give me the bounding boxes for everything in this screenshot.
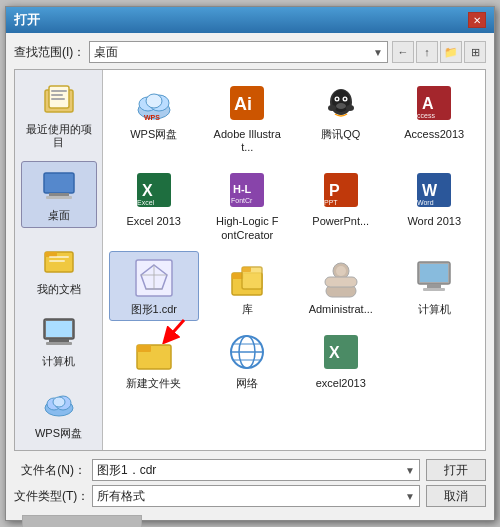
new-folder-button[interactable]: 📁 (440, 41, 462, 63)
dialog-title: 打开 (14, 11, 40, 29)
file-item-highlogic[interactable]: H-L FontCr High-Logic FontCreator (203, 163, 293, 246)
filetype-input[interactable]: 所有格式 ▼ (92, 485, 420, 507)
cdr-icon (132, 256, 176, 300)
svg-text:FontCr: FontCr (231, 197, 253, 204)
sidebar-item-mydocs-label: 我的文档 (37, 283, 81, 296)
svg-point-34 (328, 105, 336, 111)
sidebar-item-computer[interactable]: 计算机 (21, 308, 97, 372)
svg-text:ccess: ccess (417, 112, 435, 119)
filename-input[interactable]: 图形1．cdr ▼ (92, 459, 420, 481)
sidebar-item-recent-label: 最近使用的项目 (25, 123, 93, 149)
file-item-qq-label: 腾讯QQ (321, 128, 360, 141)
file-item-new-folder-label: 新建文件夹 (126, 377, 181, 390)
wps-cloud-sidebar-icon (39, 384, 79, 424)
svg-rect-65 (420, 264, 448, 282)
svg-rect-5 (44, 173, 74, 193)
sidebar-item-computer-label: 计算机 (42, 355, 75, 368)
svg-point-23 (146, 94, 162, 108)
open-button[interactable]: 打开 (426, 459, 486, 481)
sidebar-item-recent[interactable]: 最近使用的项目 (21, 76, 97, 153)
sidebar-item-wps-label: WPS网盘 (35, 427, 82, 440)
highlogic-icon: H-L FontCr (225, 168, 269, 212)
file-item-excel-bot[interactable]: X excel2013 (296, 325, 386, 395)
toolbar-icons: ← ↑ 📁 ⊞ (392, 41, 486, 63)
filetype-value: 所有格式 (97, 488, 145, 505)
filename-row: 文件名(N)： 图形1．cdr ▼ 打开 (14, 459, 486, 481)
svg-text:PPT: PPT (324, 199, 338, 206)
file-item-qq[interactable]: 腾讯QQ (296, 76, 386, 159)
sidebar-item-desktop-label: 桌面 (48, 209, 70, 222)
title-bar: 打开 ✕ (6, 7, 494, 33)
svg-text:W: W (422, 182, 438, 199)
close-button[interactable]: ✕ (468, 12, 486, 28)
svg-rect-2 (51, 90, 67, 92)
file-item-excel-top-label: Excel 2013 (127, 215, 181, 228)
svg-line-77 (168, 320, 184, 338)
file-item-computer-label: 计算机 (418, 303, 451, 316)
dialog-body: 查找范围(I)： 桌面 ▼ ← ↑ 📁 ⊞ (6, 33, 494, 527)
svg-text:Excel: Excel (137, 199, 155, 206)
file-item-library-label: 库 (242, 303, 253, 316)
svg-text:A: A (422, 95, 434, 112)
bottom-row: 文件名(N)： 图形1．cdr ▼ 打开 文件类型(T)： 所有格式 ▼ (14, 459, 486, 507)
mydocs-icon (39, 240, 79, 280)
file-item-network-label: 网络 (236, 377, 258, 390)
file-item-ppt[interactable]: P PPT PowerPnt... (296, 163, 386, 246)
file-item-network[interactable]: 网络 (203, 325, 293, 395)
svg-text:WPS: WPS (144, 114, 160, 121)
admin-icon (319, 256, 363, 300)
svg-rect-13 (46, 321, 72, 337)
svg-point-19 (53, 397, 65, 407)
file-item-access[interactable]: A ccess Access2013 (390, 76, 480, 159)
excel-top-icon: X Excel (132, 168, 176, 212)
ppt-icon: P PPT (319, 168, 363, 212)
qq-icon (319, 81, 363, 125)
bottom-area: 文件名(N)： 图形1．cdr ▼ 打开 文件类型(T)： 所有格式 ▼ (14, 455, 486, 527)
file-item-library[interactable]: 库 (203, 251, 293, 321)
title-controls: ✕ (468, 12, 486, 28)
toolbar-row: 查找范围(I)： 桌面 ▼ ← ↑ 📁 ⊞ (14, 39, 486, 65)
sidebar-item-desktop[interactable]: 桌面 (21, 161, 97, 227)
svg-text:H-L: H-L (233, 183, 252, 195)
file-item-cdr-label: 图形1.cdr (131, 303, 177, 316)
view-button[interactable]: ⊞ (464, 41, 486, 63)
file-item-word-label: Word 2013 (407, 215, 461, 228)
open-dialog: 打开 ✕ 查找范围(I)： 桌面 ▼ ← ↑ 📁 ⊞ (5, 6, 495, 521)
library-icon (225, 256, 269, 300)
filename-dropdown-icon[interactable]: ▼ (405, 465, 415, 476)
back-button[interactable]: ← (392, 41, 414, 63)
sidebar: 最近使用的项目 桌面 (15, 70, 103, 450)
address-bar[interactable]: 桌面 ▼ (89, 41, 388, 63)
file-item-new-folder[interactable]: 新建文件夹 (109, 325, 199, 395)
file-item-computer[interactable]: 计算机 (390, 251, 480, 321)
svg-rect-15 (46, 342, 72, 345)
file-item-wps-cloud[interactable]: WPS WPS网盘 (109, 76, 199, 159)
filetype-dropdown-icon[interactable]: ▼ (405, 491, 415, 502)
file-item-cdr[interactable]: 图形1.cdr (109, 251, 199, 321)
address-dropdown-icon[interactable]: ▼ (373, 47, 383, 58)
svg-point-62 (336, 266, 346, 276)
svg-rect-63 (325, 277, 357, 287)
network-icon (225, 330, 269, 374)
file-item-word[interactable]: W Word Word 2013 (390, 163, 480, 246)
file-item-excel-top[interactable]: X Excel Excel 2013 (109, 163, 199, 246)
excel-bot-icon: X (319, 330, 363, 374)
cancel-button[interactable]: 取消 (426, 485, 486, 507)
sidebar-item-wps[interactable]: WPS网盘 (21, 380, 97, 444)
recent-icon (39, 80, 79, 120)
desktop-icon (39, 166, 79, 206)
svg-text:P: P (329, 182, 340, 199)
file-item-ppt-label: PowerPnt... (312, 215, 369, 228)
file-item-admin-label: Administrat... (309, 303, 373, 316)
toolbar-label: 查找范围(I)： (14, 44, 85, 61)
sidebar-item-mydocs[interactable]: 我的文档 (21, 236, 97, 300)
svg-text:Word: Word (417, 199, 434, 206)
svg-point-31 (336, 98, 338, 100)
svg-point-33 (336, 103, 346, 109)
file-item-admin[interactable]: Administrat... (296, 251, 386, 321)
up-button[interactable]: ↑ (416, 41, 438, 63)
file-item-ai[interactable]: Ai Adobe Illustrat... (203, 76, 293, 159)
svg-point-32 (344, 98, 346, 100)
svg-rect-4 (51, 98, 65, 100)
filename-label: 文件名(N)： (14, 462, 86, 479)
